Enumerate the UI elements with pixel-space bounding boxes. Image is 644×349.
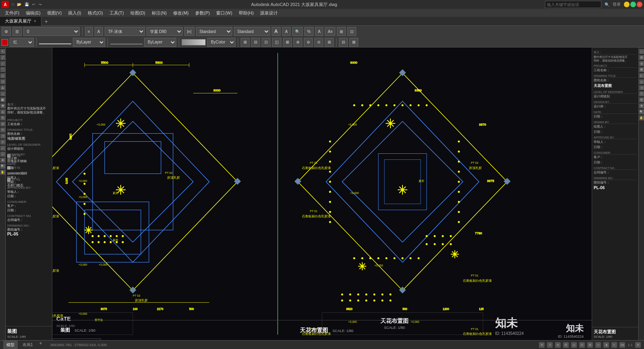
snap-icon[interactable]: ⊕: [555, 342, 561, 348]
rtool-12[interactable]: ✋: [639, 116, 644, 120]
rtool-8[interactable]: ▽: [639, 91, 644, 96]
tool-poly[interactable]: ⬡: [0, 79, 5, 84]
maximize-button[interactable]: □: [630, 2, 636, 7]
menu-insert[interactable]: 插入(I): [65, 10, 84, 16]
menu-view[interactable]: 视图(V): [44, 10, 65, 16]
tool-dim[interactable]: ↔: [0, 91, 5, 96]
menu-param[interactable]: 参数(P): [192, 10, 213, 16]
tool-offset[interactable]: ⤢: [0, 140, 5, 145]
viewport-btn1[interactable]: ⊞: [241, 38, 250, 47]
alpha-btn[interactable]: A: [315, 27, 324, 36]
viewport-btn2[interactable]: ⊟: [251, 38, 260, 47]
dim-icon-btn[interactable]: |≡|: [184, 27, 194, 36]
linecolor-select[interactable]: ByColor: [207, 38, 235, 47]
rtool-4[interactable]: ⊠: [639, 67, 644, 72]
close-button[interactable]: ×: [637, 2, 642, 7]
menu-help[interactable]: 帮助(H): [235, 10, 257, 16]
layer-btn[interactable]: ⚙: [2, 27, 11, 36]
symbol-btn[interactable]: %: [304, 27, 314, 36]
text-btn[interactable]: A: [272, 27, 281, 36]
rtool-2[interactable]: ⊞: [639, 55, 644, 60]
osnap-icon[interactable]: ⊟: [579, 342, 585, 348]
menu-format[interactable]: 格式(O): [85, 10, 106, 16]
polar-icon[interactable]: ◎: [571, 342, 577, 348]
linetype1-select[interactable]: ByLayer: [73, 38, 105, 47]
tool-chamfer[interactable]: ⌐: [0, 152, 5, 157]
menu-modify[interactable]: 修改(M): [170, 10, 192, 16]
grid-icon[interactable]: #: [547, 342, 553, 348]
viewport-btn8[interactable]: ⊝: [314, 38, 323, 47]
viewport-btn3[interactable]: ⊡: [262, 38, 270, 47]
viewport-btn4[interactable]: ◫: [272, 38, 281, 47]
minimize-button[interactable]: −: [624, 2, 630, 7]
tab-close-icon[interactable]: ×: [34, 19, 36, 23]
layout-add-button[interactable]: +: [38, 341, 44, 349]
rtool-5[interactable]: ▷: [639, 73, 644, 78]
viewport-btn9[interactable]: ⊞: [325, 38, 334, 47]
tool-hatch[interactable]: ▦: [0, 97, 5, 102]
alpha2-btn[interactable]: Aa: [325, 27, 335, 36]
magnify-btn[interactable]: 🔍: [292, 27, 303, 36]
rtool-7[interactable]: ◁: [639, 85, 644, 90]
workspace-icon[interactable]: ⚙: [635, 342, 641, 348]
tab-main[interactable]: 大坂家具展厅 ×: [0, 17, 41, 26]
color-swatch[interactable]: [2, 39, 8, 45]
menu-yuanquan[interactable]: 源泉设计: [257, 10, 281, 16]
tool-move[interactable]: ✥: [0, 103, 5, 108]
open-icon[interactable]: 📂: [16, 2, 23, 7]
tab-add-button[interactable]: +: [41, 18, 51, 25]
main-canvas[interactable]: www.znzmo.com www.znzmo.com www.znzmo.co…: [52, 47, 592, 340]
annotate-btn[interactable]: A: [95, 27, 103, 36]
global-search[interactable]: [545, 1, 601, 8]
rtool-9[interactable]: ⊟: [639, 97, 644, 102]
tool-fillet[interactable]: ⌐: [0, 146, 5, 151]
dim-select[interactable]: 学案 D80: [147, 27, 183, 36]
menu-dim[interactable]: 标注(N): [149, 10, 170, 16]
style-select[interactable]: Standard: [196, 27, 232, 36]
font-select[interactable]: TF-宋体: [105, 27, 145, 36]
rtool-3[interactable]: ◎: [639, 61, 644, 66]
color-select[interactable]: 红: [10, 38, 34, 47]
viewport-btn7[interactable]: ⊜: [304, 38, 313, 47]
layer-select[interactable]: 0: [23, 27, 80, 36]
login-btn[interactable]: 登录: [613, 2, 621, 7]
anno-icon[interactable]: Aa: [619, 342, 625, 348]
rtool-11[interactable]: 🔍: [639, 109, 644, 114]
tool-circle[interactable]: ○: [0, 61, 5, 66]
text-sm-btn[interactable]: A: [282, 27, 291, 36]
viewport-btn10[interactable]: ⊟: [339, 38, 348, 47]
menu-edit[interactable]: 编辑(E): [23, 10, 44, 16]
match-btn[interactable]: ≡: [85, 27, 93, 36]
menu-window[interactable]: 窗口(W): [213, 10, 235, 16]
model-tab[interactable]: 模型: [3, 341, 18, 349]
search-icon[interactable]: 🔍: [605, 2, 609, 7]
layer-list-btn[interactable]: ☰: [12, 27, 22, 36]
tool-rect[interactable]: □: [0, 73, 5, 78]
sel-icon[interactable]: ↖: [611, 342, 617, 348]
model-icon[interactable]: M: [539, 342, 545, 348]
menu-file[interactable]: 文件(F): [2, 10, 23, 16]
tool-mirror[interactable]: ⇔: [0, 122, 5, 126]
viewport-btn5[interactable]: ⊠: [283, 38, 292, 47]
tool-copy[interactable]: ⎘: [0, 109, 5, 114]
style2-select[interactable]: Standard: [234, 27, 270, 36]
grid-btn[interactable]: ⊞: [337, 27, 346, 36]
grid2-btn[interactable]: ⊡: [347, 27, 356, 36]
viewport-btn6[interactable]: ⊛: [293, 38, 302, 47]
otrack-icon[interactable]: ⊠: [587, 342, 593, 348]
transparency-icon[interactable]: ◑: [603, 342, 609, 348]
rtool-10[interactable]: ⊕: [639, 103, 644, 108]
menu-tools[interactable]: 工具(T): [106, 10, 127, 16]
tool-pan[interactable]: ✋: [0, 170, 5, 175]
new-icon[interactable]: □: [10, 2, 15, 7]
viewport-btn11[interactable]: ⊠: [349, 38, 358, 47]
tool-zoom[interactable]: 🔍: [0, 164, 5, 169]
layout-tab[interactable]: 布局1: [19, 341, 36, 349]
save-icon[interactable]: 💾: [23, 2, 30, 7]
tool-text[interactable]: A: [0, 85, 5, 90]
tool-explode[interactable]: ⊛: [0, 158, 5, 163]
ortho-icon[interactable]: ⊞: [563, 342, 569, 348]
undo-icon[interactable]: ↩: [31, 2, 37, 7]
tool-extend[interactable]: ⊣: [0, 134, 5, 138]
redo-icon[interactable]: ↪: [37, 2, 43, 7]
